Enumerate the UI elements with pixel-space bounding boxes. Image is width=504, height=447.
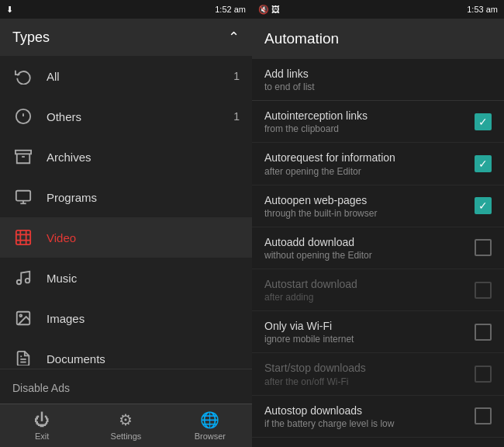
wifi-only-checkbox[interactable] [475,324,492,341]
nav-item-programs[interactable]: Programs [0,177,252,217]
documents-icon [12,348,34,366]
startstop-charging-item[interactable]: Start/stop downloads after the start/sto… [252,438,504,447]
video-icon [12,227,34,248]
autostop-item[interactable]: Autostop downloads if the battery charge… [252,396,504,438]
right-status-bar: 🔇 🖼 1:53 am [252,0,504,19]
music-icon [12,267,34,289]
autorequest-subtitle: after opening the Editor [264,166,475,177]
svg-point-13 [17,280,22,285]
autointerception-text: Autointerception links from the clipboar… [264,109,475,134]
settings-button[interactable]: ⚙ Settings [84,404,167,447]
autoadd-item[interactable]: Autoadd download without opening the Edi… [252,227,504,269]
autointerception-checkbox[interactable]: ✓ [475,113,492,130]
autorequest-checkbox[interactable]: ✓ [475,155,492,172]
wifi-only-subtitle: ignore mobile internet [264,334,475,345]
others-label: Others [47,110,233,123]
browser-icon: 🌐 [200,411,219,429]
nav-item-images[interactable]: Images [0,298,252,338]
programs-icon [12,186,34,208]
autostop-checkbox[interactable] [475,407,492,424]
autostart-checkbox [475,282,492,299]
right-status-time: 1:53 am [467,5,498,14]
left-status-right: 1:52 am [215,5,246,14]
right-panel: 🔇 🖼 1:53 am Automation Add links to end … [252,0,504,447]
autointerception-subtitle: from the clipboard [264,123,475,134]
nav-item-archives[interactable]: Archives [0,137,252,177]
check-icon: ✓ [478,158,488,169]
autostop-subtitle: if the battery charge level is low [264,418,475,429]
autoadd-subtitle: without opening the Editor [264,250,475,261]
nav-item-all[interactable]: All 1 [0,56,252,96]
autoopen-subtitle: through the built-in browser [264,208,475,219]
images-label: Images [47,312,240,325]
autorequest-item[interactable]: Autorequest for information after openin… [252,143,504,185]
svg-rect-3 [16,151,31,154]
settings-label: Settings [111,431,142,441]
autoopen-checkbox[interactable]: ✓ [475,197,492,214]
collapse-icon[interactable]: ⌃ [228,29,240,46]
autoopen-item[interactable]: Autoopen web-pages through the built-in … [252,185,504,227]
all-label: All [47,70,233,83]
autoadd-checkbox[interactable] [475,239,492,256]
left-status-time: 1:52 am [215,5,246,14]
autostop-title: Autostop downloads [264,404,475,418]
svg-point-14 [26,279,30,283]
others-icon [12,106,34,127]
autoadd-text: Autoadd download without opening the Edi… [264,235,475,261]
exit-button[interactable]: ⏻ Exit [0,404,84,447]
check-icon: ✓ [478,116,488,127]
left-bottom-bar: ⏻ Exit ⚙ Settings 🌐 Browser [0,404,252,447]
add-links-subtitle: to end of list [264,81,492,92]
autostart-subtitle: after adding [264,292,475,303]
svg-point-16 [19,314,22,317]
nav-item-video[interactable]: Video [0,217,252,258]
autostart-title: Autostart download [264,277,475,291]
archives-icon [12,146,34,168]
left-status-left: ⬇ [6,5,13,15]
check-icon: ✓ [478,200,488,211]
right-status-left: 🔇 🖼 [258,5,280,15]
wifi-only-text: Only via Wi-Fi ignore mobile internet [264,319,475,345]
add-links-text: Add links to end of list [264,67,492,92]
all-icon [12,65,34,87]
divider [0,369,252,369]
autointerception-item[interactable]: Autointerception links from the clipboar… [252,101,504,143]
left-status-icon: ⬇ [6,5,13,15]
autostop-text: Autostop downloads if the battery charge… [264,404,475,429]
left-header: Types ⌃ [0,19,252,56]
archives-label: Archives [47,151,240,164]
autoopen-title: Autoopen web-pages [264,193,475,207]
autorequest-title: Autorequest for information [264,151,475,165]
types-title: Types [12,29,50,46]
programs-label: Programs [47,191,240,204]
left-panel: ⬇ 1:52 am Types ⌃ All 1 [0,0,252,447]
wifi-only-title: Only via Wi-Fi [264,319,475,333]
add-links-title: Add links [264,67,492,81]
autoopen-text: Autoopen web-pages through the built-in … [264,193,475,219]
right-status-icons: 🔇 🖼 [258,5,280,15]
settings-icon: ⚙ [119,411,133,429]
autoadd-title: Autoadd download [264,235,475,249]
autostart-text: Autostart download after adding [264,277,475,303]
nav-list: All 1 Others 1 [0,56,252,366]
left-status-bar: ⬇ 1:52 am [0,0,252,19]
startstop-wifi-title: Start/stop downloads [264,361,475,375]
nav-item-documents[interactable]: Documents [0,338,252,366]
startstop-wifi-subtitle: after the on/off Wi-Fi [264,376,475,387]
browser-button[interactable]: 🌐 Browser [168,404,252,447]
images-icon [12,307,34,329]
all-count: 1 [233,70,240,82]
svg-rect-5 [16,191,30,201]
disable-ads[interactable]: Disable Ads [0,372,252,404]
music-label: Music [47,272,240,285]
autostart-item: Autostart download after adding [252,269,504,311]
nav-item-others[interactable]: Others 1 [0,96,252,137]
others-count: 1 [233,110,240,123]
add-links-item[interactable]: Add links to end of list [252,59,504,101]
wifi-only-item[interactable]: Only via Wi-Fi ignore mobile internet [252,311,504,353]
right-status-right: 1:53 am [467,5,498,14]
automation-list: Add links to end of list Autointerceptio… [252,59,504,447]
documents-label: Documents [47,352,240,366]
nav-item-music[interactable]: Music [0,258,252,298]
startstop-wifi-item: Start/stop downloads after the on/off Wi… [252,353,504,395]
